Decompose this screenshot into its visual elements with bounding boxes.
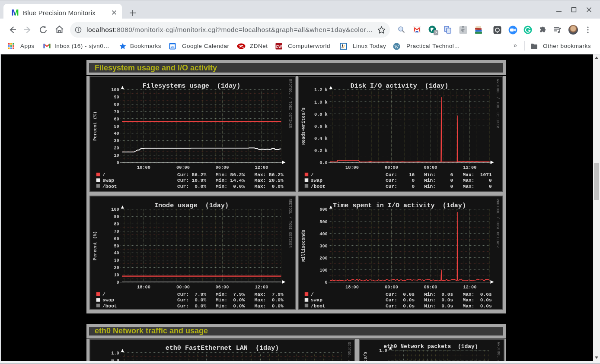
svg-text:Time spent in I/O activity (1: Time spent in I/O activity (1day) [333,202,466,209]
svg-text:0: 0 [117,160,119,165]
svg-text:Percent (%): Percent (%) [93,111,98,141]
svg-text:40: 40 [114,250,119,256]
svg-text:Cur: 18.9%: Cur: 18.9% [177,178,206,183]
svg-text:/: / [311,172,314,177]
svg-text:30: 30 [114,258,119,263]
svg-text:swap: swap [102,298,114,303]
svg-text:?: ? [435,31,437,35]
svg-text:Cur: 0: Cur: 0 [386,184,415,189]
svg-text:Reads+Writes/s: Reads+Writes/s [300,107,306,145]
svg-text:/boot: /boot [102,184,117,189]
svg-text:Min: 14.4%: Min: 14.4% [216,178,245,183]
svg-text:400: 400 [319,231,328,237]
svg-text:swap: swap [311,298,322,303]
svg-text:40: 40 [114,131,119,136]
svg-text:/boot: /boot [311,184,326,189]
svg-text:18:00: 18:00 [345,165,359,170]
svg-text:20: 20 [114,146,119,151]
svg-text:Inode usage (1day): Inode usage (1day) [154,202,229,209]
svg-text:100: 100 [111,87,119,92]
svg-text:0.8 k: 0.8 k [314,111,327,117]
svg-text:12:00: 12:00 [463,285,476,290]
svg-text:Cur: 0.0s: Cur: 0.0s [386,298,415,303]
svg-text:12:00: 12:00 [255,165,268,170]
svg-text:00:00: 00:00 [385,285,398,290]
svg-text:200: 200 [319,256,328,261]
svg-text:0: 0 [117,280,119,285]
svg-text:RRDTOOL / TOBI OETIKER: RRDTOOL / TOBI OETIKER [495,199,500,247]
svg-text:80: 80 [114,102,119,107]
svg-text:Min: 0.0%: Min: 0.0% [216,298,245,303]
svg-text:Max: 0.0%: Max: 0.0% [255,298,284,303]
svg-text:60: 60 [114,116,119,121]
svg-text:Max: 0: Max: 0 [463,178,491,183]
svg-text:Cur: 7.9%: Cur: 7.9% [177,292,206,297]
svg-text:00:00: 00:00 [385,165,398,170]
svg-text:RRDTOOL / TOBI OETIKER: RRDTOOL / TOBI OETIKER [496,342,501,361]
svg-text:Packets/s: Packets/s [363,351,368,361]
svg-text:70: 70 [114,109,119,114]
svg-text:Min: 0: Min: 0 [424,178,453,183]
svg-text:swap: swap [102,178,114,183]
svg-text:/boot: /boot [102,304,117,309]
svg-text:50: 50 [114,123,119,129]
svg-text:Min: 6: Min: 6 [424,172,453,177]
svg-text:/: / [102,292,105,297]
svg-text:Milliseconds: Milliseconds [300,230,306,262]
svg-text:90: 90 [114,214,119,219]
svg-text:CW: CW [276,44,282,49]
svg-text:Cur: 0.0%: Cur: 0.0% [177,304,206,309]
svg-text:Min: 0.0s: Min: 0.0s [424,304,453,309]
svg-text:100: 100 [319,268,328,273]
svg-text:Filesystems usage (1day): Filesystems usage (1day) [143,82,240,90]
svg-text:80: 80 [114,222,119,227]
svg-text:1.0 k: 1.0 k [314,99,327,104]
svg-text:RRDTOOL / TOBI OETIKER: RRDTOOL / TOBI OETIKER [288,79,292,128]
svg-text:12:00: 12:00 [255,285,268,290]
svg-text:28: 28 [171,45,175,49]
svg-text:0.2 k: 0.2 k [314,148,327,153]
svg-text:/: / [102,172,105,177]
svg-text:Cur: 16: Cur: 16 [386,172,415,177]
svg-text:06:00: 06:00 [216,285,229,290]
svg-text:Percent (%): Percent (%) [93,231,98,260]
svg-text:Cur: 0.0s: Cur: 0.0s [386,304,415,309]
svg-text:Min: 7.9%: Min: 7.9% [216,292,245,297]
svg-text:Max: 0.0%: Max: 0.0% [255,184,284,189]
svg-text:06:00: 06:00 [424,285,437,290]
svg-text:12:00: 12:00 [463,165,476,170]
svg-text:Max: 0.0s: Max: 0.0s [463,304,491,309]
svg-text:Disk I/O activity (1day): Disk I/O activity (1day) [350,82,448,90]
svg-text:Max: 0.6s: Max: 0.6s [463,292,491,297]
svg-text:Max: 20.5%: Max: 20.5% [255,178,284,183]
svg-text:Cur: 0.0s: Cur: 0.0s [386,292,415,297]
svg-text:Min: 0.0%: Min: 0.0% [216,304,245,309]
svg-text:90: 90 [114,95,119,100]
svg-text:0.0: 0.0 [319,160,328,165]
svg-text:M: M [11,8,19,16]
svg-text:20: 20 [114,265,119,270]
svg-text:Cur: 0.0%: Cur: 0.0% [177,184,206,189]
svg-text:18:00: 18:00 [137,285,150,290]
svg-text:06:00: 06:00 [216,165,229,170]
svg-text:Max: 0: Max: 0 [463,184,491,189]
svg-text:Min: 0.0s: Min: 0.0s [424,292,453,297]
svg-text:swap: swap [311,178,322,183]
svg-text:/boot: /boot [311,304,326,309]
svg-text:00:00: 00:00 [176,165,190,170]
svg-text:1.0: 1.0 [111,350,119,355]
svg-text:Min: 0: Min: 0 [424,184,453,189]
svg-text:100: 100 [111,207,119,212]
svg-text:50: 50 [114,244,119,249]
svg-text:Min: 0.0s: Min: 0.0s [424,298,453,303]
svg-text:Max: 1071: Max: 1071 [463,172,491,177]
svg-text:0.4 k: 0.4 k [314,136,327,141]
svg-text:Min: 56.2%: Min: 56.2% [216,172,245,177]
svg-text:Min: 0.0%: Min: 0.0% [216,184,245,189]
svg-text:W: W [395,44,399,49]
svg-text:Max: 0.0%: Max: 0.0% [255,304,284,309]
svg-text:10: 10 [114,272,119,278]
svg-text:0: 0 [325,280,327,285]
svg-text:Max: 56.2%: Max: 56.2% [255,172,284,177]
svg-text:Cur: 0: Cur: 0 [386,178,415,183]
